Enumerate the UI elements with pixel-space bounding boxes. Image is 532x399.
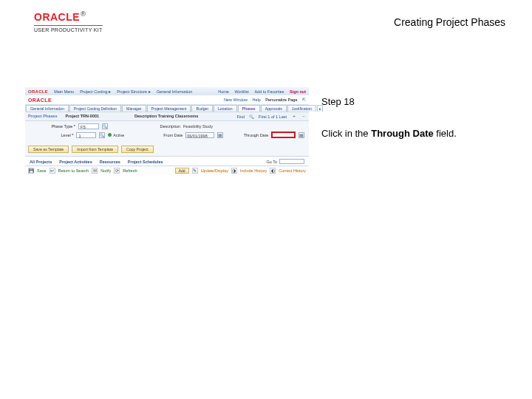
instruction-post: field.	[434, 128, 457, 139]
personalize-link[interactable]: Personalize Page	[265, 98, 297, 102]
tab-phases[interactable]: Phases	[238, 105, 260, 112]
include-history-link[interactable]: Include History	[240, 168, 267, 173]
phase-type-input[interactable]: FS	[78, 123, 99, 129]
find-icon[interactable]: 🔍	[249, 114, 254, 119]
level-input[interactable]: 1	[76, 132, 96, 138]
header-links: Home Worklist Add to Favorites Sign out	[214, 89, 306, 94]
step-label: Step 18	[321, 96, 514, 107]
record-nav[interactable]: First 1 of 1 Last	[259, 115, 287, 119]
update-display-link[interactable]: Update/Display	[201, 168, 228, 173]
brand-bar: ORACLE New Window Help Personalize Page …	[25, 95, 309, 104]
breadcrumb: General Information	[157, 89, 193, 94]
notify-link[interactable]: Notify	[100, 168, 111, 173]
status-label: Active	[113, 133, 124, 137]
notify-icon[interactable]: ✉	[92, 168, 98, 174]
level-label: Level	[30, 133, 73, 137]
http-icon[interactable]: ⇱	[302, 98, 306, 102]
include-history-icon[interactable]: ◑	[231, 168, 237, 174]
add-row-icon[interactable]: ＋	[291, 114, 296, 119]
tab-justification[interactable]: Justification	[287, 105, 316, 112]
through-date-label: Through Date	[236, 133, 268, 137]
subtabs: All Projects Project Activities Resource…	[25, 156, 309, 166]
brand-subtitle: USER PRODUCTIVITY KIT	[34, 25, 103, 33]
description-value: Training Classrooms	[158, 114, 198, 118]
status-chip: Active	[108, 133, 124, 137]
app-brand: ORACLE	[28, 98, 52, 103]
save-link[interactable]: Save	[37, 168, 47, 173]
lookup-icon[interactable]: 🔍	[99, 132, 105, 138]
calendar-icon[interactable]: ▦	[217, 132, 223, 138]
copy-project-button[interactable]: Copy Project	[121, 146, 154, 153]
save-as-template-button[interactable]: Save as Template	[28, 146, 69, 153]
breadcrumb[interactable]: Project Costing ▸	[80, 89, 111, 94]
instruction-text: Click in the Through Date field.	[321, 128, 514, 140]
project-label: Project	[66, 114, 80, 118]
tab-manager[interactable]: Manager	[122, 105, 146, 112]
brand-wordmark: ORACLE	[34, 11, 80, 23]
instruction-panel: Step 18 Click in the Through Date field.	[321, 96, 514, 140]
instruction-bold: Through Date	[371, 128, 434, 139]
tab-budget[interactable]: Budget	[191, 105, 212, 112]
signout-link[interactable]: Sign out	[290, 89, 306, 94]
update-icon[interactable]: ✎	[192, 168, 198, 174]
project-value: TRN-0001	[81, 114, 99, 118]
refresh-icon[interactable]: ⟳	[114, 168, 120, 174]
refresh-link[interactable]: Refresh	[123, 168, 137, 173]
through-date-input[interactable]	[271, 132, 296, 138]
tabs-scroll-right-icon[interactable]: ▸	[317, 105, 323, 112]
home-link[interactable]: Home	[218, 89, 229, 94]
correct-history-icon[interactable]: ◐	[270, 168, 276, 174]
breadcrumb[interactable]: Main Menu	[54, 89, 74, 94]
subtab-all-projects[interactable]: All Projects	[30, 160, 52, 164]
phase-type-label: Phase Type	[30, 124, 75, 129]
description-label: Description	[134, 114, 157, 118]
breadcrumb[interactable]: Project Structure ▸	[117, 89, 151, 94]
worklist-link[interactable]: Worklist	[234, 89, 248, 94]
lookup-icon[interactable]: 🔍	[102, 123, 108, 129]
import-from-template-button[interactable]: Import from Template	[72, 146, 118, 153]
action-button-row: Save as Template Import from Template Co…	[25, 144, 309, 156]
status-dot-icon	[108, 133, 112, 137]
section-header: Project Phases Project TRN-0001 Descript…	[25, 112, 309, 121]
tab-approvals[interactable]: Approvals	[261, 105, 287, 112]
phase-desc-value: Feasibility Study	[183, 124, 213, 129]
add-fav-link[interactable]: Add to Favorites	[254, 89, 284, 94]
tab-location[interactable]: Location	[214, 105, 237, 112]
tab-project-costing-definition[interactable]: Project Costing Definition	[69, 105, 121, 112]
phase-desc-label: Description	[142, 124, 180, 129]
brand-logo: ORACLE® USER PRODUCTIVITY KIT	[34, 10, 103, 33]
app-screenshot: ORACLE Main Menu Project Costing ▸ Proje…	[25, 87, 309, 202]
return-to-search-link[interactable]: Return to Search	[58, 168, 89, 173]
instruction-pre: Click in the	[321, 128, 371, 139]
save-icon[interactable]: 💾	[28, 168, 34, 174]
help-link[interactable]: Help	[253, 98, 261, 102]
calendar-icon[interactable]: ▦	[299, 132, 304, 138]
add-button[interactable]: Add	[175, 168, 189, 174]
tabs-primary: General Information Project Costing Defi…	[25, 104, 309, 112]
correct-history-link[interactable]: Correct History	[279, 168, 306, 173]
find-label: Find	[236, 115, 245, 119]
tab-general-information[interactable]: General Information	[26, 105, 69, 112]
delete-row-icon[interactable]: －	[301, 114, 306, 119]
goto-label: Go To	[266, 160, 277, 164]
app-brand-small: ORACLE	[28, 89, 48, 94]
from-date-label: From Date	[140, 133, 183, 137]
page-title: Creating Project Phases	[394, 16, 505, 28]
tab-project-management[interactable]: Project Management	[147, 105, 191, 112]
subtab-project-schedules[interactable]: Project Schedules	[128, 160, 163, 164]
subtab-project-activities[interactable]: Project Activities	[59, 160, 92, 164]
breadcrumb-bar: ORACLE Main Menu Project Costing ▸ Proje…	[25, 87, 309, 95]
footer-toolbar: 💾 Save ↩ Return to Search ✉ Notify ⟳ Ref…	[25, 166, 309, 175]
section-title: Project Phases	[28, 114, 57, 119]
goto-select[interactable]	[279, 159, 304, 164]
registered-mark: ®	[81, 10, 86, 18]
subtab-resources[interactable]: Resources	[100, 160, 120, 164]
form-area: Phase Type FS 🔍 Description Feasibility …	[25, 121, 309, 144]
from-date-input[interactable]: 06/01/1998	[185, 132, 214, 138]
return-icon[interactable]: ↩	[50, 168, 55, 174]
new-window-link[interactable]: New Window	[224, 98, 248, 102]
